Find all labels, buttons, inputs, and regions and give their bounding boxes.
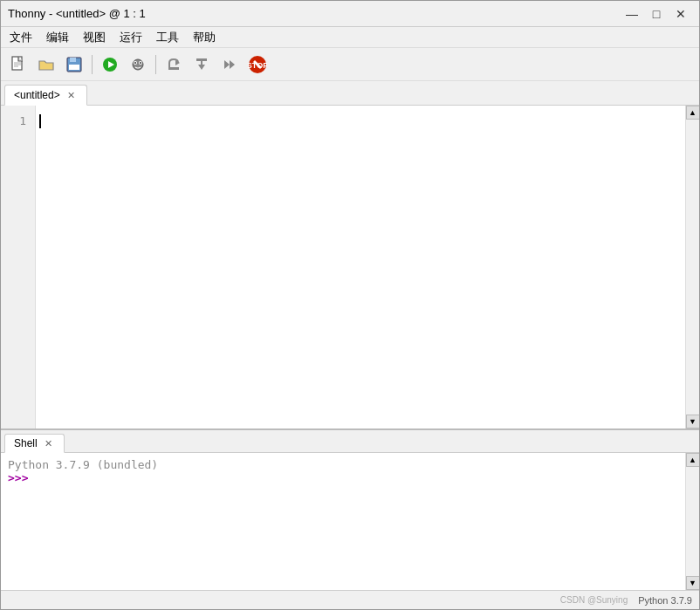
- tab-label: <untitled>: [14, 89, 60, 101]
- resume-button[interactable]: [217, 52, 242, 77]
- shell-scroll-up-arrow[interactable]: ▲: [686, 453, 700, 467]
- menu-item-工具[interactable]: 工具: [151, 28, 184, 47]
- menu-item-运行[interactable]: 运行: [114, 28, 148, 47]
- toolbar-separator-2: [155, 55, 156, 74]
- shell-prompt-line: >>>: [8, 471, 678, 484]
- svg-marker-19: [224, 60, 230, 69]
- tab-close-button[interactable]: ✕: [65, 89, 78, 101]
- window-title: Thonny - <untitled> @ 1 : 1: [8, 7, 146, 20]
- editor-text-area[interactable]: [36, 106, 685, 428]
- text-cursor: [39, 114, 41, 128]
- editor-area: <untitled> ✕ 1 ▲ ▼: [1, 81, 699, 428]
- svg-marker-17: [198, 65, 205, 70]
- menu-item-文件[interactable]: 文件: [4, 28, 38, 47]
- save-file-button[interactable]: [62, 52, 86, 77]
- editor-content[interactable]: 1 ▲ ▼: [1, 106, 699, 428]
- scroll-track[interactable]: [686, 120, 699, 415]
- status-bar: CSDN @Sunying Python 3.7.9: [1, 590, 699, 609]
- watermark-text: CSDN @Sunying: [560, 595, 628, 605]
- scroll-up-arrow[interactable]: ▲: [686, 106, 700, 120]
- toolbar-separator-1: [92, 55, 93, 74]
- menu-bar: 文件编辑视图运行工具帮助: [1, 27, 699, 48]
- svg-point-13: [140, 62, 141, 64]
- window-controls: — □ ✕: [621, 5, 692, 23]
- editor-tab-bar: <untitled> ✕: [1, 81, 699, 106]
- svg-rect-6: [69, 65, 79, 70]
- maximize-button[interactable]: □: [645, 5, 668, 23]
- toolbar: STOP: [1, 48, 699, 81]
- menu-item-编辑[interactable]: 编辑: [41, 28, 74, 47]
- debug-button[interactable]: [126, 52, 150, 77]
- run-button[interactable]: [98, 52, 122, 77]
- scroll-down-arrow[interactable]: ▼: [686, 415, 700, 428]
- editor-tab-untitled[interactable]: <untitled> ✕: [4, 85, 87, 106]
- svg-rect-18: [196, 58, 207, 61]
- open-file-button[interactable]: [34, 52, 58, 77]
- editor-scrollbar[interactable]: ▲ ▼: [685, 106, 699, 428]
- shell-scroll-track[interactable]: [686, 467, 699, 576]
- menu-item-帮助[interactable]: 帮助: [188, 28, 221, 47]
- shell-content[interactable]: Python 3.7.9 (bundled) >>> ▲ ▼: [1, 453, 699, 590]
- shell-tab-label: Shell: [14, 437, 38, 449]
- svg-rect-5: [70, 58, 76, 62]
- shell-tab[interactable]: Shell ✕: [4, 434, 65, 453]
- step-over-button[interactable]: [161, 52, 186, 77]
- editor-line-1: [39, 113, 682, 130]
- svg-rect-15: [168, 67, 179, 70]
- menu-item-视图[interactable]: 视图: [78, 28, 111, 47]
- minimize-button[interactable]: —: [621, 5, 643, 23]
- new-file-button[interactable]: [6, 52, 31, 77]
- shell-scroll-down-arrow[interactable]: ▼: [686, 576, 700, 590]
- line-numbers: 1: [1, 106, 36, 428]
- step-into-button[interactable]: [189, 52, 214, 77]
- python-version-status: Python 3.7.9: [638, 595, 692, 606]
- svg-marker-20: [230, 60, 235, 69]
- svg-point-12: [134, 62, 136, 64]
- line-number-1: 1: [1, 113, 31, 130]
- shell-tab-bar: Shell ✕: [1, 430, 699, 453]
- stop-button[interactable]: STOP: [245, 52, 270, 77]
- title-bar: Thonny - <untitled> @ 1 : 1 — □ ✕: [1, 1, 699, 27]
- shell-scrollbar[interactable]: ▲ ▼: [685, 453, 699, 590]
- shell-python-version: Python 3.7.9 (bundled): [8, 458, 678, 471]
- shell-tab-close-button[interactable]: ✕: [43, 437, 55, 449]
- close-button[interactable]: ✕: [669, 5, 692, 23]
- shell-text-area[interactable]: Python 3.7.9 (bundled) >>>: [1, 453, 685, 590]
- shell-area: Shell ✕ Python 3.7.9 (bundled) >>> ▲ ▼: [1, 428, 699, 590]
